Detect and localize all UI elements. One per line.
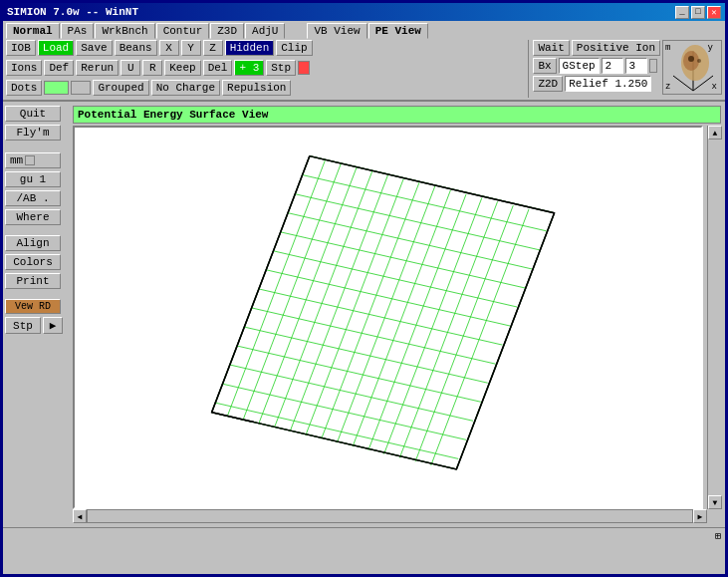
x-axis-label: x	[712, 82, 717, 92]
iob-button[interactable]: IOB	[6, 40, 36, 56]
bx-row: Bx GStep 2 3	[533, 58, 660, 74]
rerun-button[interactable]: Rerun	[76, 60, 119, 76]
scroll-left-button[interactable]: ◀	[73, 509, 87, 523]
tab-adju[interactable]: AdjU	[245, 23, 285, 39]
stp-button[interactable]: Stp	[266, 60, 296, 76]
positive-ion-button[interactable]: Positive Ion	[572, 40, 660, 56]
mm-button[interactable]: mm	[5, 152, 61, 168]
close-button[interactable]: ✕	[707, 6, 721, 19]
minimize-button[interactable]: _	[675, 6, 689, 19]
mm-indicator	[25, 155, 35, 165]
z-button[interactable]: Z	[203, 40, 223, 56]
repulsion-button[interactable]: Repulsion	[222, 80, 291, 96]
tab-pe-view[interactable]: PE View	[368, 23, 428, 39]
view-rd-button[interactable]: Vew RD	[5, 299, 61, 314]
keep-button[interactable]: Keep	[164, 60, 200, 76]
toolbar-row3: Dots Grouped No Charge Repulsion	[6, 80, 524, 96]
hidden-button[interactable]: Hidden	[225, 40, 275, 56]
color-swatch1	[44, 81, 69, 95]
gstep-label: GStep	[559, 58, 600, 74]
viewport-wrapper: ▲ ▼	[73, 126, 721, 509]
scroll-track-v[interactable]	[708, 140, 721, 495]
def-button[interactable]: Def	[44, 60, 74, 76]
vertical-scrollbar[interactable]: ▲ ▼	[707, 126, 721, 509]
tab-wrkbnch[interactable]: WrkBnch	[95, 23, 154, 39]
r-button[interactable]: R	[142, 60, 162, 76]
align-button[interactable]: Align	[5, 235, 61, 251]
main-window: SIMION 7.0w -- WinNT _ □ ✕ Normal PAs Wr…	[0, 0, 728, 577]
y-button[interactable]: Y	[181, 40, 201, 56]
u-button[interactable]: U	[121, 60, 140, 76]
beans-button[interactable]: Beans	[115, 40, 157, 56]
tab-z3d[interactable]: Z3D	[210, 23, 244, 39]
clip-button[interactable]: Clip	[276, 40, 312, 56]
viewport-area: Potential Energy Surface View	[73, 102, 725, 527]
no-charge-button[interactable]: No Charge	[151, 80, 220, 96]
avatar: y z x m	[662, 40, 722, 95]
toolbar-row2: Ions Def Rerun U R Keep Del + 3 Stp	[6, 60, 524, 76]
flym-button[interactable]: Fly'm	[5, 125, 61, 141]
svg-point-7	[697, 59, 701, 63]
wait-button[interactable]: Wait	[533, 40, 569, 56]
plus3-button[interactable]: + 3	[234, 60, 264, 76]
z-axis-label: z	[665, 82, 670, 92]
colors-button[interactable]: Colors	[5, 254, 61, 270]
stp-indicator	[298, 61, 310, 75]
left-panel: Quit Fly'm mm gu 1 /AB . Where Align Col…	[3, 102, 73, 527]
grid-svg	[75, 128, 701, 507]
title-bar: SIMION 7.0w -- WinNT _ □ ✕	[3, 3, 725, 21]
window-title: SIMION 7.0w -- WinNT	[7, 6, 138, 18]
horizontal-scrollbar[interactable]: ◀ ▶	[73, 509, 707, 523]
print-button[interactable]: Print	[5, 273, 61, 289]
scroll-track-h[interactable]	[87, 509, 693, 523]
svg-point-6	[688, 56, 694, 62]
scroll-indicator	[649, 59, 657, 73]
gstep-value[interactable]: 2	[602, 58, 623, 74]
title-bar-buttons: _ □ ✕	[675, 6, 721, 19]
quit-button[interactable]: Quit	[5, 106, 61, 122]
scroll-down-button[interactable]: ▼	[708, 495, 722, 509]
expand-icon[interactable]: ⊞	[715, 530, 721, 542]
arrow-right-button[interactable]: ▶	[43, 317, 63, 334]
z2d-label: Z2D	[533, 76, 563, 92]
toolbar-row1: IOB Load Save Beans X Y Z Hidden Clip	[6, 40, 524, 56]
maximize-button[interactable]: □	[691, 6, 705, 19]
tab-contur[interactable]: Contur	[156, 23, 210, 39]
color-swatch2	[71, 81, 91, 95]
status-bar: ⊞	[3, 527, 725, 543]
svg-rect-8	[75, 128, 701, 507]
z2d-row: Z2D Relief 1.250	[533, 76, 660, 92]
dots-label: Dots	[6, 80, 42, 96]
ab-button[interactable]: /AB .	[5, 190, 61, 206]
main-tab-row: Normal PAs WrkBnch Contur Z3D AdjU VB Vi…	[6, 23, 722, 39]
del-button[interactable]: Del	[203, 60, 233, 76]
main-content: Quit Fly'm mm gu 1 /AB . Where Align Col…	[3, 102, 725, 527]
save-button[interactable]: Save	[76, 40, 112, 56]
gu-button[interactable]: gu 1	[5, 171, 61, 187]
tab-pas[interactable]: PAs	[61, 23, 95, 39]
scroll-up-button[interactable]: ▲	[708, 126, 722, 140]
tab-vb-view[interactable]: VB View	[307, 23, 366, 39]
y-axis-label: y	[708, 43, 713, 53]
bx-label: Bx	[533, 58, 556, 74]
gstep-num[interactable]: 3	[625, 58, 647, 74]
relief-label: Relief 1.250	[565, 76, 651, 92]
scroll-right-button[interactable]: ▶	[693, 509, 707, 523]
m-axis-label: m	[665, 43, 670, 53]
grouped-button[interactable]: Grouped	[93, 80, 148, 96]
ions-label: Ions	[6, 60, 42, 76]
load-button[interactable]: Load	[38, 40, 74, 56]
where-button[interactable]: Where	[5, 209, 61, 225]
viewport[interactable]	[73, 126, 703, 509]
tab-normal[interactable]: Normal	[6, 23, 60, 39]
pe-view-title: Potential Energy Surface View	[73, 106, 721, 124]
x-button[interactable]: X	[159, 40, 179, 56]
stp-left-button[interactable]: Stp	[5, 317, 41, 334]
toolbar-area: Normal PAs WrkBnch Contur Z3D AdjU VB Vi…	[3, 21, 725, 102]
